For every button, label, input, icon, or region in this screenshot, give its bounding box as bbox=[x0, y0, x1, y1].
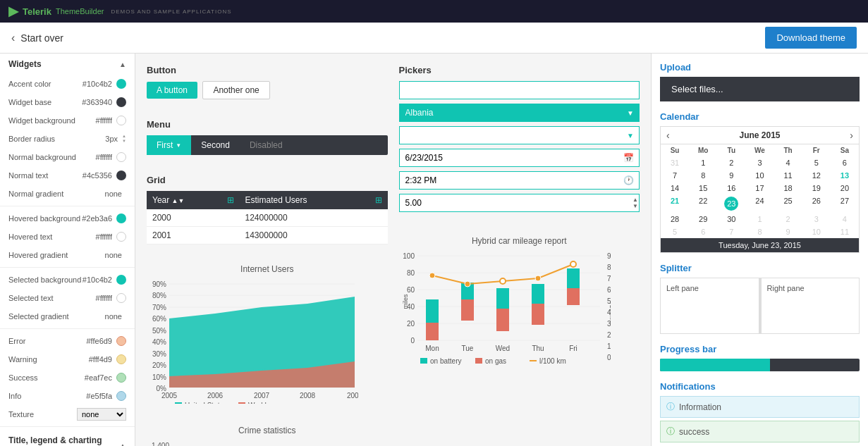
cal-day[interactable]: 1 bbox=[745, 213, 774, 225]
cal-day[interactable]: 10 bbox=[802, 225, 831, 238]
chevron-up-icon[interactable]: ▲ bbox=[119, 61, 126, 68]
country-select[interactable]: Albania Belarus Croatia bbox=[399, 104, 640, 122]
grid-table: Year ▲▼ ⊞ Estimated Users ⊞ 2000 bbox=[147, 191, 388, 244]
cal-day[interactable]: 12 bbox=[802, 169, 831, 182]
cal-day[interactable]: 17 bbox=[745, 182, 774, 194]
hovered-bg-dot[interactable] bbox=[116, 213, 126, 223]
svg-text:miles: miles bbox=[402, 294, 409, 309]
cal-day[interactable]: 6 bbox=[831, 156, 859, 169]
cal-day[interactable]: 29 bbox=[689, 213, 717, 225]
sidebar-row-selected-text: Selected text #ffffff bbox=[0, 289, 135, 307]
empty-select[interactable] bbox=[399, 126, 640, 144]
cal-day[interactable]: 6 bbox=[689, 225, 717, 238]
cal-day[interactable]: 30 bbox=[717, 213, 745, 225]
cal-day[interactable]: 2 bbox=[774, 213, 802, 225]
cal-day[interactable]: 14 bbox=[661, 182, 689, 194]
cal-day[interactable]: 10 bbox=[745, 169, 774, 182]
cal-day[interactable]: 5 bbox=[661, 225, 689, 238]
cal-day[interactable]: 7 bbox=[661, 169, 689, 182]
grid-year-0: 2000 bbox=[147, 209, 240, 227]
cal-day[interactable]: 11 bbox=[774, 169, 802, 182]
time-picker[interactable] bbox=[399, 171, 640, 190]
cal-prev-button[interactable]: ‹ bbox=[666, 130, 670, 141]
cal-day[interactable]: 3 bbox=[745, 156, 774, 169]
another-button[interactable]: Another one bbox=[202, 81, 269, 99]
cal-day[interactable]: 9 bbox=[717, 169, 745, 182]
normal-text-dot[interactable] bbox=[116, 171, 126, 180]
logo-icon: ▶ bbox=[8, 4, 18, 19]
cal-day[interactable]: 1 bbox=[689, 156, 717, 169]
cal-day[interactable]: 26 bbox=[802, 194, 831, 213]
internet-users-chart: 90% 80% 70% 60% 50% 40% 30% 20% 10% 0% bbox=[147, 277, 358, 404]
num-down-icon[interactable]: ▼ bbox=[632, 203, 638, 209]
num-picker-wrapper: ▲ ▼ bbox=[399, 194, 640, 212]
selected-bg-label: Selected background bbox=[8, 275, 82, 284]
cal-day[interactable]: 11 bbox=[831, 225, 859, 238]
a-button[interactable]: A button bbox=[147, 82, 197, 99]
selected-bg-dot[interactable] bbox=[116, 275, 126, 285]
border-radius-spinner[interactable]: ▲▼ bbox=[122, 134, 126, 144]
warning-dot[interactable] bbox=[116, 354, 126, 364]
error-dot[interactable] bbox=[116, 336, 126, 346]
grid-col-year[interactable]: Year ▲▼ ⊞ bbox=[147, 191, 240, 209]
download-theme-button[interactable]: Download theme bbox=[765, 27, 857, 49]
cal-day[interactable]: 24 bbox=[745, 194, 774, 213]
cal-day[interactable]: 9 bbox=[774, 225, 802, 238]
cal-day[interactable]: 25 bbox=[774, 194, 802, 213]
upload-section: Upload Select files... bbox=[660, 62, 860, 101]
success-dot[interactable] bbox=[116, 373, 126, 383]
hovered-bg-value: #2eb3a6 bbox=[82, 214, 112, 223]
cal-day[interactable]: 4 bbox=[831, 213, 859, 225]
cal-day[interactable]: 19 bbox=[802, 182, 831, 194]
svg-text:2006: 2006 bbox=[207, 392, 224, 399]
cal-day[interactable]: 18 bbox=[774, 182, 802, 194]
svg-text:2008: 2008 bbox=[300, 392, 316, 399]
cal-day[interactable]: 8 bbox=[745, 225, 774, 238]
cal-day[interactable]: 31 bbox=[661, 156, 689, 169]
chevron-up-icon2[interactable]: ▲ bbox=[119, 442, 126, 447]
date-picker[interactable] bbox=[399, 149, 640, 167]
num-up-icon[interactable]: ▲ bbox=[632, 197, 638, 203]
select-files-button[interactable]: Select files... bbox=[660, 77, 860, 101]
cal-day[interactable]: 22 bbox=[689, 194, 717, 213]
cal-day[interactable]: 21 bbox=[661, 194, 689, 213]
cal-day[interactable]: 4 bbox=[774, 156, 802, 169]
hovered-text-dot[interactable] bbox=[116, 232, 126, 242]
svg-rect-27 bbox=[175, 402, 182, 404]
cal-day[interactable]: 7 bbox=[717, 225, 745, 238]
cal-day[interactable]: 5 bbox=[802, 156, 831, 169]
accent-dot[interactable] bbox=[116, 79, 126, 89]
cal-day[interactable]: 13 bbox=[831, 169, 859, 182]
widget-base-value: #363940 bbox=[82, 98, 112, 106]
cal-day[interactable]: 27 bbox=[831, 194, 859, 213]
grid-col-users[interactable]: Estimated Users ⊞ bbox=[240, 191, 388, 209]
widget-bg-dot[interactable] bbox=[116, 116, 126, 125]
menu-item-second[interactable]: Second bbox=[191, 135, 240, 155]
selected-text-dot[interactable] bbox=[116, 293, 126, 303]
start-over-label[interactable]: Start over bbox=[20, 32, 63, 44]
svg-point-74 bbox=[465, 281, 470, 287]
widget-base-dot[interactable] bbox=[116, 97, 126, 107]
selected-day[interactable]: 23 bbox=[724, 197, 738, 211]
cal-day[interactable]: 8 bbox=[689, 169, 717, 182]
cal-next-button[interactable]: › bbox=[850, 130, 853, 141]
texture-select[interactable]: none bbox=[77, 408, 126, 421]
num-spinner[interactable]: ▲ ▼ bbox=[632, 195, 638, 211]
normal-bg-dot[interactable] bbox=[116, 152, 126, 162]
back-button[interactable]: ‹ bbox=[11, 32, 15, 44]
num-picker[interactable] bbox=[399, 194, 640, 212]
text-picker[interactable] bbox=[399, 81, 640, 99]
sidebar-widgets-header: Widgets ▲ bbox=[0, 54, 135, 75]
svg-text:100: 100 bbox=[403, 252, 415, 260]
cal-day-selected[interactable]: 23 bbox=[717, 194, 745, 213]
cal-day[interactable]: 3 bbox=[802, 213, 831, 225]
svg-rect-70 bbox=[532, 284, 544, 304]
menu-item-first[interactable]: First ▼ bbox=[147, 135, 191, 155]
cal-day[interactable]: 15 bbox=[689, 182, 717, 194]
cal-day[interactable]: 2 bbox=[717, 156, 745, 169]
cal-day[interactable]: 20 bbox=[831, 182, 859, 194]
crime-chart-widget: Crime statistics population 1,400 1,200 bbox=[147, 426, 388, 446]
info-dot[interactable] bbox=[116, 391, 126, 401]
cal-day[interactable]: 28 bbox=[661, 213, 689, 225]
cal-day[interactable]: 16 bbox=[717, 182, 745, 194]
